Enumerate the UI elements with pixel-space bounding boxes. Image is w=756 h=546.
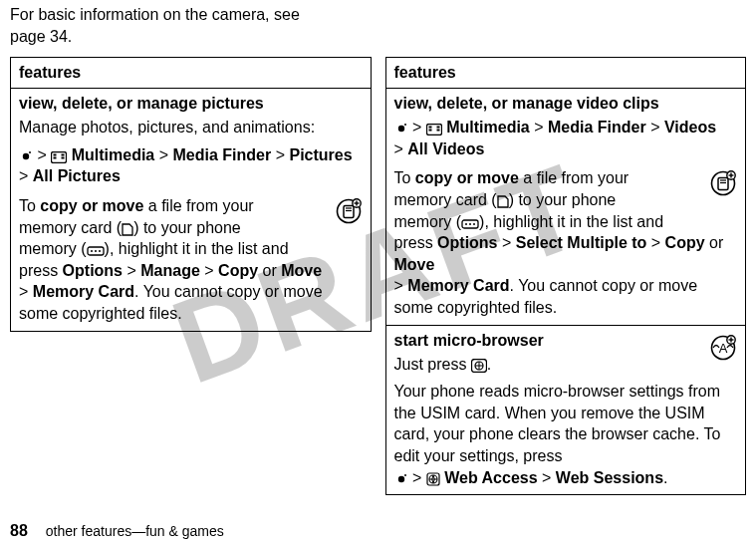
text: To bbox=[19, 197, 40, 214]
nav-manage: Manage bbox=[140, 262, 200, 279]
sep: > bbox=[542, 469, 551, 486]
nav-copy: Copy bbox=[218, 262, 258, 279]
text: memory card ( bbox=[19, 219, 122, 236]
text: To bbox=[394, 169, 415, 186]
svg-point-16 bbox=[95, 250, 97, 252]
browser-key-icon bbox=[471, 359, 487, 373]
nav-all-videos: All Videos bbox=[407, 140, 484, 157]
svg-point-46 bbox=[404, 474, 406, 476]
svg-point-45 bbox=[397, 475, 403, 481]
svg-point-18 bbox=[397, 126, 403, 132]
browser-para2: Your phone reads micro-browser settings … bbox=[394, 381, 738, 466]
svg-point-15 bbox=[91, 250, 93, 252]
text: ), highlight it in the list and bbox=[105, 240, 289, 257]
nav-media-finder: Media Finder bbox=[173, 146, 272, 163]
optional-memory-icon bbox=[709, 169, 737, 203]
svg-text:A: A bbox=[719, 341, 728, 356]
intro-line1: For basic information on the camera, see bbox=[10, 6, 300, 23]
right-nav-path: > Multimedia > Media Finder > Videos > A… bbox=[394, 117, 738, 159]
memory-card-icon bbox=[497, 194, 509, 208]
nav-select-multiple: Select Multiple to bbox=[516, 234, 647, 251]
right-row2-title: start micro-browser bbox=[394, 332, 738, 350]
right-row-browser: A start micro-browser Just press . Your … bbox=[385, 325, 746, 495]
svg-point-19 bbox=[404, 124, 406, 126]
svg-point-33 bbox=[465, 223, 467, 225]
center-key-icon bbox=[394, 472, 408, 486]
nav-multimedia: Multimedia bbox=[446, 119, 530, 136]
web-access-icon bbox=[426, 472, 440, 486]
intro-line2: page 34. bbox=[10, 28, 72, 45]
phone-memory-icon bbox=[461, 218, 479, 230]
text: memory ( bbox=[19, 240, 87, 257]
sep: > bbox=[394, 277, 403, 294]
text: memory card ( bbox=[394, 191, 497, 208]
svg-point-1 bbox=[29, 151, 31, 153]
nav-move: Move bbox=[394, 256, 435, 273]
sep: > bbox=[394, 140, 403, 157]
nav-pictures: Pictures bbox=[289, 146, 352, 163]
text: . bbox=[487, 356, 491, 373]
text: a file from your bbox=[143, 197, 253, 214]
svg-point-17 bbox=[99, 250, 101, 252]
browser-nav-path: > Web Access > Web Sessions. bbox=[394, 467, 738, 489]
optional-memory-icon bbox=[335, 197, 363, 231]
sep: > bbox=[19, 167, 28, 184]
text: or bbox=[258, 262, 281, 279]
svg-rect-23 bbox=[436, 127, 439, 129]
center-key-icon bbox=[394, 122, 408, 136]
left-column: features view, delete, or manage picture… bbox=[10, 57, 372, 495]
left-row-lead: Manage photos, pictures, and animations: bbox=[19, 117, 363, 138]
nav-move: Move bbox=[281, 262, 322, 279]
optional-network-icon: A bbox=[709, 334, 737, 366]
sep: > bbox=[502, 234, 511, 251]
svg-rect-26 bbox=[718, 178, 728, 190]
nav-videos: Videos bbox=[664, 119, 716, 136]
svg-point-35 bbox=[473, 223, 475, 225]
left-row-pictures: view, delete, or manage pictures Manage … bbox=[11, 89, 372, 331]
right-copy-move-block: To copy or move a file from your memory … bbox=[394, 167, 738, 318]
sep: > bbox=[412, 469, 421, 486]
sep: > bbox=[534, 119, 543, 136]
svg-rect-4 bbox=[54, 156, 57, 158]
text: ) to your phone bbox=[509, 191, 617, 208]
nav-web-sessions: Web Sessions bbox=[556, 469, 663, 486]
svg-rect-22 bbox=[428, 130, 431, 132]
svg-rect-8 bbox=[344, 205, 354, 217]
sep: > bbox=[19, 283, 28, 300]
multimedia-icon bbox=[426, 124, 442, 136]
svg-point-0 bbox=[23, 153, 29, 159]
text: a file from your bbox=[519, 169, 629, 186]
features-header-right: features bbox=[385, 58, 746, 89]
phone-memory-icon bbox=[87, 245, 105, 257]
nav-copy: Copy bbox=[665, 234, 705, 251]
svg-rect-6 bbox=[62, 156, 65, 158]
sep: > bbox=[651, 234, 660, 251]
right-row-videos: view, delete, or manage video clips > Mu… bbox=[385, 89, 746, 325]
svg-rect-3 bbox=[54, 153, 57, 155]
text: Just press bbox=[394, 356, 471, 373]
svg-rect-21 bbox=[428, 127, 431, 129]
intro-paragraph: For basic information on the camera, see… bbox=[10, 4, 374, 47]
right-column: features view, delete, or manage video c… bbox=[385, 57, 747, 495]
nav-multimedia: Multimedia bbox=[72, 146, 155, 163]
svg-rect-24 bbox=[436, 130, 439, 132]
sep: > bbox=[204, 262, 213, 279]
nav-options: Options bbox=[63, 262, 123, 279]
page-footer: 88 other features—fun & games bbox=[10, 522, 224, 540]
text: press bbox=[394, 234, 438, 251]
text: or bbox=[705, 234, 724, 251]
text: memory ( bbox=[394, 213, 462, 230]
sep: > bbox=[412, 119, 421, 136]
nav-all-pictures: All Pictures bbox=[33, 167, 121, 184]
left-nav-path: > Multimedia > Media Finder > Pictures >… bbox=[19, 144, 363, 187]
nav-memory-card: Memory Card bbox=[33, 283, 134, 300]
copy-or-move-bold: copy or move bbox=[40, 197, 143, 214]
nav-memory-card: Memory Card bbox=[407, 277, 509, 294]
sep: > bbox=[650, 119, 659, 136]
svg-point-34 bbox=[469, 223, 471, 225]
text: . bbox=[663, 469, 667, 486]
svg-rect-5 bbox=[62, 153, 65, 155]
right-row1-title: view, delete, or manage video clips bbox=[394, 95, 738, 113]
footer-section-text: other features—fun & games bbox=[46, 523, 224, 539]
sep: > bbox=[126, 262, 135, 279]
